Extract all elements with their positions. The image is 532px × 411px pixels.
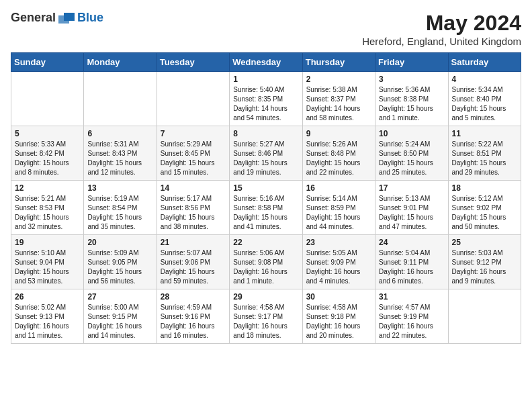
header-wednesday: Wednesday [230,53,302,72]
day-29: 29Sunrise: 4:58 AM Sunset: 9:17 PM Dayli… [230,289,302,344]
day-30: 30Sunrise: 4:58 AM Sunset: 9:18 PM Dayli… [302,289,375,344]
day-number-1: 1 [233,75,298,84]
day-info-16: Sunrise: 5:14 AM Sunset: 8:59 PM Dayligh… [306,194,371,232]
header-monday: Monday [84,53,157,72]
day-28: 28Sunrise: 4:59 AM Sunset: 9:16 PM Dayli… [157,289,229,344]
day-number-19: 19 [15,238,80,247]
day-17: 17Sunrise: 5:13 AM Sunset: 9:01 PM Dayli… [375,181,448,235]
logo-icon [58,11,75,25]
day-20: 20Sunrise: 5:09 AM Sunset: 9:05 PM Dayli… [84,235,157,289]
day-number-23: 23 [306,238,371,247]
header-friday: Friday [375,53,448,72]
day-number-27: 27 [87,292,152,302]
day-12: 12Sunrise: 5:21 AM Sunset: 8:53 PM Dayli… [11,181,84,235]
day-info-27: Sunrise: 5:00 AM Sunset: 9:15 PM Dayligh… [87,303,152,340]
day-number-22: 22 [233,238,298,247]
week-row-4: 19Sunrise: 5:10 AM Sunset: 9:04 PM Dayli… [11,235,521,289]
day-info-29: Sunrise: 4:58 AM Sunset: 9:17 PM Dayligh… [233,303,298,340]
day-25: 25Sunrise: 5:03 AM Sunset: 9:12 PM Dayli… [448,235,521,289]
week-row-3: 12Sunrise: 5:21 AM Sunset: 8:53 PM Dayli… [11,181,521,235]
day-number-31: 31 [379,292,444,302]
day-number-16: 16 [306,183,371,193]
day-18: 18Sunrise: 5:12 AM Sunset: 9:02 PM Dayli… [448,181,521,235]
week-row-2: 5Sunrise: 5:33 AM Sunset: 8:42 PM Daylig… [11,126,521,181]
header-tuesday: Tuesday [157,53,229,72]
day-number-4: 4 [452,75,517,84]
day-info-20: Sunrise: 5:09 AM Sunset: 9:05 PM Dayligh… [87,248,152,286]
day-6: 6Sunrise: 5:31 AM Sunset: 8:43 PM Daylig… [84,126,157,181]
day-info-25: Sunrise: 5:03 AM Sunset: 9:12 PM Dayligh… [452,248,517,286]
day-5: 5Sunrise: 5:33 AM Sunset: 8:42 PM Daylig… [11,126,84,181]
day-number-9: 9 [306,129,371,138]
day-number-25: 25 [452,238,517,247]
week-row-5: 26Sunrise: 5:02 AM Sunset: 9:13 PM Dayli… [11,289,521,344]
day-info-30: Sunrise: 4:58 AM Sunset: 9:18 PM Dayligh… [306,303,371,340]
day-number-14: 14 [161,183,226,193]
day-number-30: 30 [306,292,371,302]
day-info-24: Sunrise: 5:04 AM Sunset: 9:11 PM Dayligh… [379,248,444,286]
day-info-18: Sunrise: 5:12 AM Sunset: 9:02 PM Dayligh… [452,194,517,232]
logo: General Blue [11,11,103,25]
day-22: 22Sunrise: 5:06 AM Sunset: 9:08 PM Dayli… [230,235,302,289]
day-info-1: Sunrise: 5:40 AM Sunset: 8:35 PM Dayligh… [233,85,298,123]
header-sunday: Sunday [11,53,84,72]
title-area: May 2024 Hereford, England, United Kingd… [362,11,521,47]
day-info-17: Sunrise: 5:13 AM Sunset: 9:01 PM Dayligh… [379,194,444,232]
day-info-12: Sunrise: 5:21 AM Sunset: 8:53 PM Dayligh… [15,194,80,232]
day-8: 8Sunrise: 5:27 AM Sunset: 8:46 PM Daylig… [230,126,302,181]
day-number-26: 26 [15,292,80,302]
day-number-10: 10 [379,129,444,138]
day-9: 9Sunrise: 5:26 AM Sunset: 8:48 PM Daylig… [302,126,375,181]
day-info-11: Sunrise: 5:22 AM Sunset: 8:51 PM Dayligh… [452,140,517,177]
day-info-4: Sunrise: 5:34 AM Sunset: 8:40 PM Dayligh… [452,85,517,123]
day-number-21: 21 [161,238,226,247]
day-info-19: Sunrise: 5:10 AM Sunset: 9:04 PM Dayligh… [15,248,80,286]
day-number-5: 5 [15,129,80,138]
day-number-18: 18 [452,183,517,193]
day-24: 24Sunrise: 5:04 AM Sunset: 9:11 PM Dayli… [375,235,448,289]
day-number-8: 8 [233,129,298,138]
calendar-table: SundayMondayTuesdayWednesdayThursdayFrid… [11,52,521,344]
svg-marker-1 [58,15,69,24]
empty-cell [84,72,157,126]
day-10: 10Sunrise: 5:24 AM Sunset: 8:50 PM Dayli… [375,126,448,181]
day-info-21: Sunrise: 5:07 AM Sunset: 9:06 PM Dayligh… [161,248,226,286]
day-13: 13Sunrise: 5:19 AM Sunset: 8:54 PM Dayli… [84,181,157,235]
day-3: 3Sunrise: 5:36 AM Sunset: 8:38 PM Daylig… [375,72,448,126]
day-info-10: Sunrise: 5:24 AM Sunset: 8:50 PM Dayligh… [379,140,444,177]
day-14: 14Sunrise: 5:17 AM Sunset: 8:56 PM Dayli… [157,181,229,235]
day-27: 27Sunrise: 5:00 AM Sunset: 9:15 PM Dayli… [84,289,157,344]
day-info-7: Sunrise: 5:29 AM Sunset: 8:45 PM Dayligh… [161,140,226,177]
header-saturday: Saturday [448,53,521,72]
day-21: 21Sunrise: 5:07 AM Sunset: 9:06 PM Dayli… [157,235,229,289]
day-number-2: 2 [306,75,371,84]
day-number-6: 6 [87,129,152,138]
day-2: 2Sunrise: 5:38 AM Sunset: 8:37 PM Daylig… [302,72,375,126]
day-info-2: Sunrise: 5:38 AM Sunset: 8:37 PM Dayligh… [306,85,371,123]
day-4: 4Sunrise: 5:34 AM Sunset: 8:40 PM Daylig… [448,72,521,126]
logo-text-general: General [11,11,56,25]
day-info-23: Sunrise: 5:05 AM Sunset: 9:09 PM Dayligh… [306,248,371,286]
logo-text-blue: Blue [77,11,103,25]
day-23: 23Sunrise: 5:05 AM Sunset: 9:09 PM Dayli… [302,235,375,289]
day-number-11: 11 [452,129,517,138]
day-number-13: 13 [87,183,152,193]
empty-cell [448,289,521,344]
day-26: 26Sunrise: 5:02 AM Sunset: 9:13 PM Dayli… [11,289,84,344]
day-number-7: 7 [161,129,226,138]
day-info-28: Sunrise: 4:59 AM Sunset: 9:16 PM Dayligh… [161,303,226,340]
day-11: 11Sunrise: 5:22 AM Sunset: 8:51 PM Dayli… [448,126,521,181]
week-row-1: 1Sunrise: 5:40 AM Sunset: 8:35 PM Daylig… [11,72,521,126]
day-number-20: 20 [87,238,152,247]
day-info-5: Sunrise: 5:33 AM Sunset: 8:42 PM Dayligh… [15,140,80,177]
day-number-17: 17 [379,183,444,193]
day-info-9: Sunrise: 5:26 AM Sunset: 8:48 PM Dayligh… [306,140,371,177]
day-15: 15Sunrise: 5:16 AM Sunset: 8:58 PM Dayli… [230,181,302,235]
day-info-14: Sunrise: 5:17 AM Sunset: 8:56 PM Dayligh… [161,194,226,232]
day-number-3: 3 [379,75,444,84]
day-info-13: Sunrise: 5:19 AM Sunset: 8:54 PM Dayligh… [87,194,152,232]
day-7: 7Sunrise: 5:29 AM Sunset: 8:45 PM Daylig… [157,126,229,181]
header-thursday: Thursday [302,53,375,72]
day-number-28: 28 [161,292,226,302]
page-header: General Blue May 2024 Hereford, England,… [11,11,521,47]
